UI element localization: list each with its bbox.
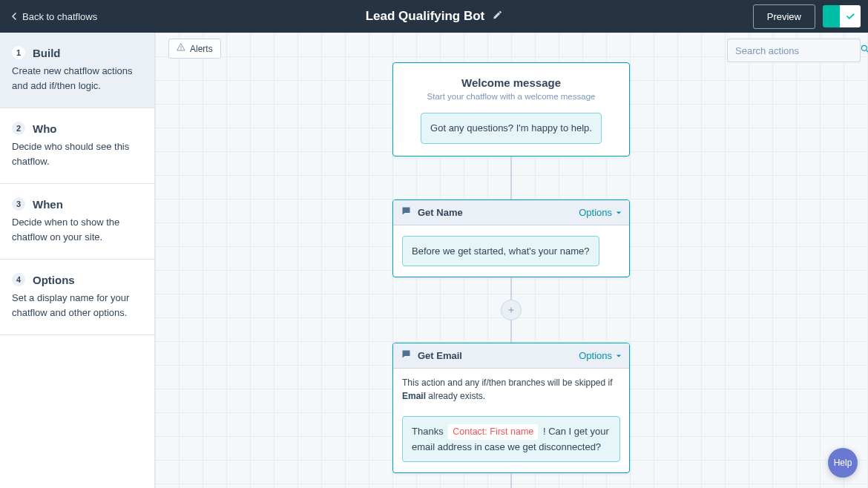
back-label: Back to chatflows (22, 11, 97, 22)
connector (510, 320, 512, 343)
help-button[interactable]: Help (828, 448, 858, 478)
publish-toggle[interactable] (823, 5, 861, 27)
options-label: Options (579, 207, 612, 218)
step-number: 2 (12, 122, 25, 135)
page-title: Lead Qualifying Bot (366, 9, 485, 24)
app-header: Back to chatflows Lead Qualifying Bot Pr… (0, 0, 868, 33)
connector (510, 277, 512, 300)
card-options-button[interactable]: Options (579, 350, 622, 361)
step-desc: Create new chatflow actions and add if/t… (12, 64, 142, 93)
edit-title-button[interactable] (492, 10, 502, 23)
toggle-handle (840, 5, 861, 27)
card-title: Get Name (418, 207, 463, 218)
get-name-card[interactable]: Get Name Options Before we get started, … (392, 200, 630, 278)
main: 1 Build Create new chatflow actions and … (0, 33, 868, 488)
get-email-bubble: Thanks Contact: First name ! Can I get y… (402, 416, 620, 462)
step-title: When (33, 198, 63, 211)
flow: Welcome message Start your chatflow with… (392, 62, 630, 488)
svg-point-0 (861, 45, 867, 50)
header-right: Preview (753, 4, 861, 29)
skip-notice: This action and any if/then branches wil… (393, 369, 629, 406)
caret-down-icon (616, 207, 622, 218)
sidebar-step-options[interactable]: 4 Options Set a display name for your ch… (0, 260, 154, 335)
toggle-track (823, 5, 840, 27)
sidebar-step-when[interactable]: 3 When Decide when to show the chatflow … (0, 184, 154, 260)
welcome-title: Welcome message (404, 76, 619, 89)
warning-icon (177, 43, 185, 54)
step-desc: Set a display name for your chatflow and… (12, 291, 142, 320)
chevron-left-icon (10, 11, 18, 22)
card-options-button[interactable]: Options (579, 207, 622, 218)
step-desc: Decide when to show the chatflow on your… (12, 215, 142, 244)
canvas[interactable]: Alerts Welcome message Start your chatfl… (155, 33, 868, 488)
card-title: Get Email (418, 350, 462, 361)
connector (510, 156, 512, 200)
connector (510, 473, 512, 488)
alerts-label: Alerts (190, 44, 213, 54)
search-input[interactable] (735, 45, 860, 56)
get-email-card[interactable]: Get Email Options This action and any if… (392, 343, 630, 473)
step-number: 4 (12, 273, 25, 286)
search-actions[interactable] (727, 39, 861, 62)
chat-icon (401, 349, 412, 363)
back-to-chatflows-link[interactable]: Back to chatflows (10, 11, 97, 22)
add-action-button[interactable] (501, 300, 522, 320)
step-number: 3 (12, 197, 25, 211)
title-group: Lead Qualifying Bot (366, 9, 503, 24)
sidebar: 1 Build Create new chatflow actions and … (0, 33, 155, 488)
options-label: Options (579, 350, 612, 361)
get-name-bubble: Before we get started, what's your name? (402, 236, 599, 267)
welcome-subtitle: Start your chatflow with a welcome messa… (404, 92, 619, 101)
card-header: Get Name Options (393, 200, 629, 225)
search-icon (860, 44, 868, 57)
sidebar-step-build[interactable]: 1 Build Create new chatflow actions and … (0, 33, 154, 108)
caret-down-icon (616, 350, 622, 361)
sidebar-step-who[interactable]: 2 Who Decide who should see this chatflo… (0, 108, 154, 184)
welcome-bubble: Got any questions? I'm happy to help. (421, 113, 602, 144)
contact-first-name-token: Contact: First name (448, 424, 538, 440)
step-title: Options (33, 274, 75, 286)
card-header: Get Email Options (393, 343, 629, 369)
preview-button[interactable]: Preview (753, 4, 815, 29)
welcome-card[interactable]: Welcome message Start your chatflow with… (392, 62, 630, 156)
chat-icon (401, 205, 412, 220)
step-title: Who (33, 122, 56, 135)
help-label: Help (834, 458, 852, 468)
step-number: 1 (12, 46, 25, 59)
step-desc: Decide who should see this chatflow. (12, 139, 142, 168)
step-title: Build (33, 47, 61, 59)
alerts-button[interactable]: Alerts (168, 39, 221, 59)
